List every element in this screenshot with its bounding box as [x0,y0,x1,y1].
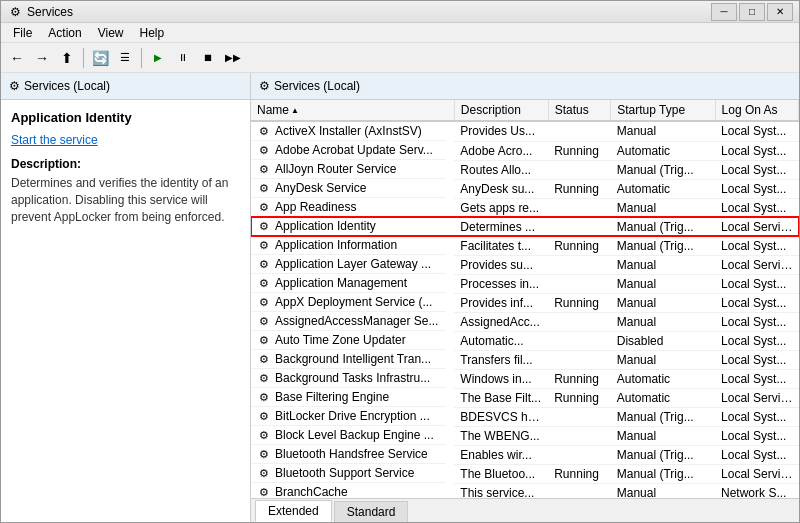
menu-view[interactable]: View [90,24,132,42]
service-icon: ⚙ [257,466,271,480]
service-icon: ⚙ [257,390,271,404]
table-row[interactable]: ⚙Bluetooth Support ServiceThe Bluetoo...… [251,464,799,483]
table-row[interactable]: ⚙AllJoyn Router ServiceRoutes Allo...Man… [251,160,799,179]
col-header-desc[interactable]: Description [454,100,548,121]
toolbar-restart[interactable]: ▶▶ [221,46,245,70]
service-icon: ⚙ [257,200,271,214]
table-row[interactable]: ⚙Block Level Backup Engine ...The WBENG.… [251,426,799,445]
table-row[interactable]: ⚙Auto Time Zone UpdaterAutomatic...Disab… [251,331,799,350]
service-icon: ⚙ [257,143,271,157]
service-status [548,274,611,293]
service-logon: Local Syst... [715,179,798,198]
service-startup: Manual (Trig... [611,217,715,236]
service-desc: AssignedAcc... [454,312,548,331]
close-button[interactable]: ✕ [767,3,793,21]
table-row[interactable]: ⚙AppX Deployment Service (...Provides in… [251,293,799,312]
toolbar-back[interactable]: ← [5,46,29,70]
service-desc: BDESVCS hos... [454,407,548,426]
service-startup: Manual [611,255,715,274]
table-row[interactable]: ⚙Background Tasks Infrastru...Windows in… [251,369,799,388]
service-logon: Local Service [715,217,798,236]
service-status: Running [548,236,611,255]
col-header-startup[interactable]: Startup Type [611,100,715,121]
service-name: Background Tasks Infrastru... [275,371,430,385]
service-name: BitLocker Drive Encryption ... [275,409,430,423]
service-desc: Transfers fil... [454,350,548,369]
service-status [548,426,611,445]
service-status [548,350,611,369]
table-row[interactable]: ⚙BitLocker Drive Encryption ...BDESVCS h… [251,407,799,426]
table-row[interactable]: ⚙AssignedAccessManager Se...AssignedAcc.… [251,312,799,331]
table-row[interactable]: ⚙Background Intelligent Tran...Transfers… [251,350,799,369]
service-startup: Manual [611,426,715,445]
right-panel-header: ⚙ Services (Local) [251,73,799,100]
service-info: Application Identity Start the service D… [1,100,250,235]
toolbar-start[interactable]: ▶ [146,46,170,70]
menu-action[interactable]: Action [40,24,89,42]
service-name: AllJoyn Router Service [275,162,396,176]
table-row[interactable]: ⚙Application Layer Gateway ...Provides s… [251,255,799,274]
table-row[interactable]: ⚙Application ManagementProcesses in...Ma… [251,274,799,293]
service-status: Running [548,293,611,312]
service-icon: ⚙ [257,276,271,290]
sort-arrow-name: ▲ [291,106,299,115]
menu-help[interactable]: Help [132,24,173,42]
service-desc: Provides su... [454,255,548,274]
tab-extended[interactable]: Extended [255,500,332,522]
services-table-container[interactable]: Name ▲ Description Status S [251,100,799,498]
service-status: Running [548,369,611,388]
table-row[interactable]: ⚙Application IdentityDetermines ...Manua… [251,217,799,236]
service-status: Running [548,464,611,483]
service-logon: Local Syst... [715,350,798,369]
menu-bar: File Action View Help [1,23,799,43]
service-logon: Local Syst... [715,293,798,312]
service-status [548,255,611,274]
title-bar-left: ⚙ Services [7,4,73,20]
toolbar-pause[interactable]: ⏸ [171,46,195,70]
col-header-status[interactable]: Status [548,100,611,121]
tab-standard[interactable]: Standard [334,501,409,522]
table-row[interactable]: ⚙AnyDesk ServiceAnyDesk su...RunningAuto… [251,179,799,198]
service-icon: ⚙ [257,238,271,252]
service-name: Background Intelligent Tran... [275,352,431,366]
minimize-button[interactable]: ─ [711,3,737,21]
toolbar-sep1 [83,48,84,68]
toolbar-stop[interactable]: ⏹ [196,46,220,70]
table-row[interactable]: ⚙Adobe Acrobat Update Serv...Adobe Acro.… [251,141,799,160]
service-icon: ⚙ [257,333,271,347]
service-icon: ⚙ [257,447,271,461]
table-row[interactable]: ⚙ActiveX Installer (AxInstSV)Provides Us… [251,121,799,141]
toolbar-up[interactable]: ⬆ [55,46,79,70]
right-panel-icon: ⚙ [259,79,270,93]
service-name: ActiveX Installer (AxInstSV) [275,124,422,138]
table-row[interactable]: ⚙Bluetooth Handsfree ServiceEnables wir.… [251,445,799,464]
service-description: Determines and verifies the identity of … [11,175,240,225]
table-row[interactable]: ⚙Application InformationFacilitates t...… [251,236,799,255]
service-name: AppX Deployment Service (... [275,295,432,309]
table-row[interactable]: ⚙App ReadinessGets apps re...ManualLocal… [251,198,799,217]
service-desc: The WBENG... [454,426,548,445]
toolbar-properties[interactable]: ☰ [113,46,137,70]
service-logon: Local Syst... [715,121,798,141]
service-startup: Manual [611,293,715,312]
toolbar-forward[interactable]: → [30,46,54,70]
start-service-link[interactable]: Start the service [11,133,240,147]
service-status [548,483,611,498]
maximize-button[interactable]: □ [739,3,765,21]
main-content: ⚙ Services (Local) Application Identity … [1,73,799,522]
col-header-name[interactable]: Name ▲ [251,100,454,121]
col-header-logon[interactable]: Log On As [715,100,798,121]
service-status [548,198,611,217]
service-icon: ⚙ [257,219,271,233]
service-name: Auto Time Zone Updater [275,333,406,347]
service-logon: Local Syst... [715,274,798,293]
table-row[interactable]: ⚙BranchCacheThis service...ManualNetwork… [251,483,799,498]
toolbar-refresh[interactable]: 🔄 [88,46,112,70]
service-startup: Manual (Trig... [611,160,715,179]
service-status [548,217,611,236]
service-startup: Manual (Trig... [611,464,715,483]
window-icon: ⚙ [7,4,23,20]
service-desc: Provides inf... [454,293,548,312]
menu-file[interactable]: File [5,24,40,42]
table-row[interactable]: ⚙Base Filtering EngineThe Base Filt...Ru… [251,388,799,407]
